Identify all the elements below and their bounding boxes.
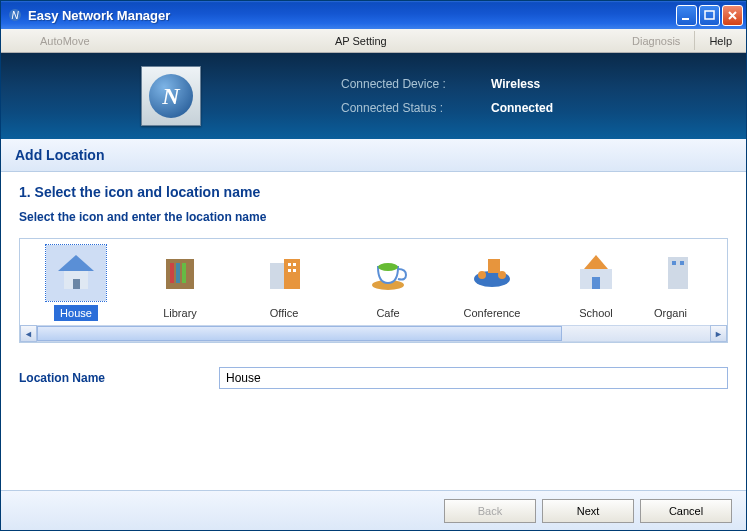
icon-scrollbar[interactable]: ◄ ► — [20, 325, 727, 342]
scroll-left-button[interactable]: ◄ — [20, 325, 37, 342]
house-icon — [46, 245, 106, 301]
location-label: Office — [264, 305, 305, 321]
location-item-cafe[interactable]: Cafe — [336, 245, 440, 321]
cafe-icon — [358, 245, 418, 301]
svg-rect-2 — [682, 18, 689, 20]
school-icon — [566, 245, 626, 301]
connected-device-value: Wireless — [491, 77, 746, 91]
step-title: 1. Select the icon and location name — [19, 184, 728, 200]
location-label: Cafe — [370, 305, 405, 321]
location-item-house[interactable]: House — [24, 245, 128, 321]
menubar: AutoMove AP Setting Diagnosis Help — [1, 29, 746, 53]
location-item-organization[interactable]: Organi — [648, 245, 698, 321]
minimize-button[interactable] — [676, 5, 697, 26]
svg-rect-15 — [288, 269, 291, 272]
section-title: Add Location — [1, 139, 746, 172]
menu-diagnosis[interactable]: Diagnosis — [618, 29, 694, 52]
organization-icon — [648, 245, 698, 301]
close-button[interactable] — [722, 5, 743, 26]
svg-rect-9 — [176, 263, 180, 283]
svg-rect-8 — [170, 263, 174, 283]
location-item-library[interactable]: Library — [128, 245, 232, 321]
svg-point-21 — [478, 271, 486, 279]
location-item-office[interactable]: Office — [232, 245, 336, 321]
svg-text:N: N — [11, 10, 19, 21]
menu-help[interactable]: Help — [695, 29, 746, 52]
icon-strip: House Library Office — [20, 239, 727, 325]
location-name-label: Location Name — [19, 371, 219, 385]
step-subtitle: Select the icon and enter the location n… — [19, 210, 728, 224]
svg-rect-26 — [668, 257, 688, 289]
svg-rect-13 — [288, 263, 291, 266]
titlebar: N Easy Network Manager — [1, 1, 746, 29]
location-label: House — [54, 305, 98, 321]
next-button[interactable]: Next — [542, 499, 634, 523]
location-name-input[interactable] — [219, 367, 728, 389]
svg-marker-4 — [58, 255, 94, 271]
svg-rect-16 — [293, 269, 296, 272]
location-item-school[interactable]: School — [544, 245, 648, 321]
wizard-footer: Back Next Cancel — [1, 490, 746, 530]
main-content: 1. Select the icon and location name Sel… — [1, 172, 746, 490]
scroll-track[interactable] — [37, 325, 710, 342]
svg-point-22 — [498, 271, 506, 279]
app-window: N Easy Network Manager AutoMove AP Setti… — [0, 0, 747, 531]
svg-rect-25 — [592, 277, 600, 289]
svg-rect-28 — [680, 261, 684, 265]
svg-rect-20 — [488, 259, 500, 273]
conference-icon — [462, 245, 522, 301]
connected-device-label: Connected Device : — [341, 77, 491, 91]
svg-marker-24 — [584, 255, 608, 269]
location-label: Library — [157, 305, 203, 321]
svg-rect-6 — [73, 279, 80, 289]
svg-point-18 — [378, 263, 398, 271]
menu-automove[interactable]: AutoMove — [26, 29, 104, 52]
svg-rect-14 — [293, 263, 296, 266]
menu-apsetting[interactable]: AP Setting — [321, 29, 401, 52]
library-icon — [150, 245, 210, 301]
svg-rect-3 — [705, 11, 714, 19]
svg-rect-10 — [182, 263, 186, 283]
location-item-conference[interactable]: Conference — [440, 245, 544, 321]
app-logo: N — [141, 66, 201, 126]
location-label: Conference — [458, 305, 527, 321]
icon-picker: House Library Office — [19, 238, 728, 343]
maximize-button[interactable] — [699, 5, 720, 26]
location-label: School — [573, 305, 619, 321]
office-icon — [254, 245, 314, 301]
scroll-thumb[interactable] — [37, 326, 562, 341]
svg-rect-12 — [284, 259, 300, 289]
cancel-button[interactable]: Cancel — [640, 499, 732, 523]
connected-status-label: Connected Status : — [341, 101, 491, 115]
status-header: N Connected Device : Wireless Connected … — [1, 53, 746, 139]
back-button[interactable]: Back — [444, 499, 536, 523]
connected-status-value: Connected — [491, 101, 746, 115]
location-label: Organi — [648, 305, 693, 321]
scroll-right-button[interactable]: ► — [710, 325, 727, 342]
window-title: Easy Network Manager — [28, 8, 674, 23]
app-icon: N — [7, 7, 23, 23]
svg-rect-27 — [672, 261, 676, 265]
